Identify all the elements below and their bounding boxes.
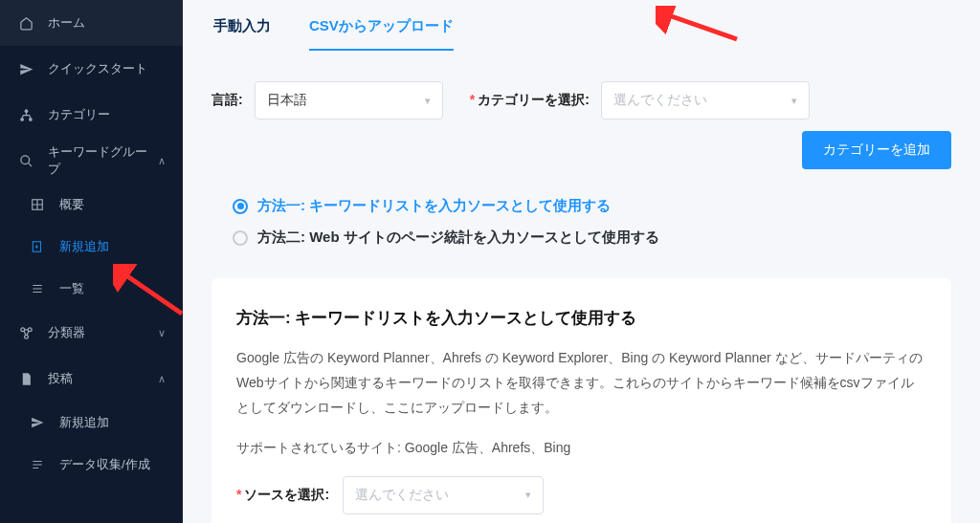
category-placeholder: 選んでください	[613, 92, 707, 109]
grid-icon	[29, 198, 46, 211]
sidebar-label-quickstart: クイックスタート	[48, 60, 166, 77]
paper-plane-icon	[17, 62, 34, 76]
panel-title: 方法一: キーワードリストを入力ソースとして使用する	[236, 307, 926, 329]
sidebar-item-quickstart[interactable]: クイックスタート	[0, 46, 183, 92]
radio-method-one[interactable]: 方法一: キーワードリストを入力ソースとして使用する	[233, 190, 930, 222]
chevron-up-icon: ∧	[158, 373, 166, 385]
chevron-down-icon: ▾	[791, 95, 797, 107]
sidebar-item-post[interactable]: 投稿 ∧	[0, 356, 183, 402]
sidebar-label-post-new: 新規追加	[59, 414, 166, 431]
language-select[interactable]: 日本語 ▾	[255, 81, 443, 120]
tab-manual-input[interactable]: 手動入力	[213, 8, 271, 51]
sidebar-item-keyword-group[interactable]: キーワードグループ ∧	[0, 138, 183, 184]
home-icon	[17, 16, 34, 31]
sidebar-item-overview[interactable]: 概要	[0, 184, 183, 226]
panel-description: Google 広告の Keyword Planner、Ahrefs の Keyw…	[236, 346, 926, 421]
annotation-arrow	[656, 6, 742, 44]
sidebar-item-home[interactable]: ホーム	[0, 0, 183, 46]
radio-method-two[interactable]: 方法二: Web サイトのページ統計を入力ソースとして使用する	[233, 222, 930, 253]
sitemap-icon	[17, 108, 34, 122]
panel-supported: サポートされているサイト: Google 広告、Ahrefs、Bing	[236, 436, 926, 461]
language-value: 日本語	[267, 92, 307, 109]
source-label: *ソースを選択:	[236, 487, 329, 504]
sidebar-item-new[interactable]: 新規追加	[0, 226, 183, 268]
sidebar-label-category: カテゴリー	[48, 106, 166, 123]
sidebar-label-new: 新規追加	[59, 238, 166, 255]
annotation-arrow	[113, 264, 189, 321]
radio-selected-icon	[233, 199, 248, 214]
sidebar-item-category[interactable]: カテゴリー	[0, 92, 183, 138]
paper-plane-icon	[29, 416, 46, 429]
sidebar-item-post-collect[interactable]: データ収集/作成	[0, 444, 183, 486]
sidebar-label-home: ホーム	[48, 14, 166, 32]
lines-icon	[29, 458, 46, 471]
molecule-icon	[17, 326, 34, 340]
language-label: 言語:	[212, 92, 243, 109]
method-panel: 方法一: キーワードリストを入力ソースとして使用する Google 広告の Ke…	[212, 278, 951, 523]
svg-point-8	[24, 335, 28, 338]
svg-line-10	[121, 272, 182, 314]
add-category-button[interactable]: カテゴリーを追加	[802, 131, 951, 169]
source-placeholder: 選んでください	[355, 487, 449, 504]
chevron-down-icon: ▾	[525, 489, 531, 501]
document-icon	[17, 372, 34, 386]
svg-point-3	[20, 155, 29, 163]
chevron-down-icon: ▾	[425, 95, 431, 107]
chevron-up-icon: ∧	[158, 155, 166, 167]
sidebar-label-post-collect: データ収集/作成	[59, 456, 166, 473]
sidebar-label-classifier: 分類器	[48, 324, 158, 341]
source-select[interactable]: 選んでください ▾	[343, 476, 544, 514]
svg-point-2	[29, 118, 33, 121]
sidebar-item-post-new[interactable]: 新規追加	[0, 402, 183, 444]
tab-csv-upload[interactable]: CSVからアップロード	[309, 8, 454, 51]
category-label: *カテゴリーを選択:	[470, 92, 590, 109]
svg-point-1	[20, 118, 24, 121]
search-icon	[17, 154, 34, 168]
plus-file-icon	[29, 240, 46, 253]
chevron-down-icon: ∨	[158, 327, 166, 339]
svg-line-9	[663, 13, 737, 39]
svg-point-0	[24, 109, 28, 113]
radio-method-two-label: 方法二: Web サイトのページ統計を入力ソースとして使用する	[257, 229, 659, 247]
sidebar-label-post: 投稿	[48, 370, 158, 387]
radio-unselected-icon	[233, 230, 248, 246]
sidebar-label-overview: 概要	[59, 196, 166, 213]
radio-method-one-label: 方法一: キーワードリストを入力ソースとして使用する	[257, 197, 611, 215]
category-select[interactable]: 選んでください ▾	[601, 81, 810, 120]
list-icon	[29, 282, 46, 295]
sidebar-label-keyword-group: キーワードグループ	[48, 143, 158, 178]
